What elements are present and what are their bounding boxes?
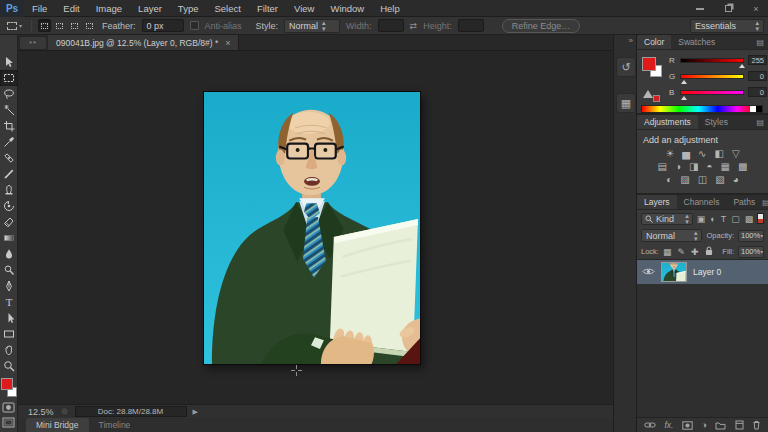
tool-preset-picker[interactable]: ▾ — [4, 22, 25, 30]
channel-r-slider[interactable] — [680, 58, 744, 63]
properties-panel-button[interactable]: ▦ — [616, 93, 636, 113]
tool-clone-stamp[interactable] — [0, 182, 18, 198]
hue-saturation-icon[interactable]: ▤ — [658, 161, 667, 172]
tab-swatches[interactable]: Swatches — [671, 35, 722, 49]
blend-mode-dropdown[interactable]: Normal ▴▾ — [641, 229, 702, 242]
tool-move[interactable] — [0, 54, 18, 70]
tab-mini-bridge[interactable]: Mini Bridge — [26, 418, 89, 432]
tab-paths[interactable]: Paths — [726, 195, 762, 209]
tool-rectangle-shape[interactable] — [0, 326, 18, 342]
color-spectrum-ramp[interactable] — [641, 105, 763, 113]
tool-zoom[interactable] — [0, 358, 18, 374]
tab-layers[interactable]: Layers — [637, 195, 677, 209]
tool-eraser[interactable] — [0, 214, 18, 230]
layer-filter-toggle[interactable] — [757, 213, 764, 224]
layer-name[interactable]: Layer 0 — [693, 267, 721, 277]
document-image[interactable] — [203, 91, 421, 365]
tab-adjustments[interactable]: Adjustments — [637, 115, 698, 129]
height-input[interactable] — [458, 19, 484, 32]
tab-timeline[interactable]: Timeline — [89, 418, 141, 432]
layer-filter-dropdown[interactable]: Kind ▴▾ — [641, 213, 693, 225]
width-input[interactable] — [378, 19, 404, 32]
tool-path-selection[interactable] — [0, 310, 18, 326]
new-selection-button[interactable] — [38, 19, 51, 32]
exposure-icon[interactable]: ◧ — [714, 148, 723, 159]
tool-eyedropper[interactable] — [0, 134, 18, 150]
menu-type[interactable]: Type — [170, 0, 207, 17]
brightness-contrast-icon[interactable]: ☀ — [665, 148, 674, 159]
subtract-selection-button[interactable] — [68, 19, 81, 32]
color-balance-icon[interactable]: ◑ — [675, 161, 681, 172]
gamut-color-swatch[interactable] — [653, 95, 660, 102]
menu-edit[interactable]: Edit — [55, 0, 87, 17]
threshold-icon[interactable]: ◫ — [698, 174, 707, 185]
filter-shape-layers-icon[interactable]: ▢ — [731, 214, 740, 224]
lock-pixels-icon[interactable]: ✎ — [677, 247, 685, 257]
curves-icon[interactable]: ∿ — [698, 148, 706, 159]
black-white-icon[interactable]: ◨ — [689, 161, 698, 172]
menu-layer[interactable]: Layer — [130, 0, 170, 17]
tool-history-brush[interactable] — [0, 198, 18, 214]
workspace-dropdown[interactable]: Essentials ▴▾ — [690, 19, 764, 33]
menu-view[interactable]: View — [286, 0, 322, 17]
color-lookup-icon[interactable]: ▩ — [738, 161, 747, 172]
tab-grabber[interactable]: ** — [20, 37, 46, 49]
tool-blur[interactable] — [0, 246, 18, 262]
layer-row[interactable]: Layer 0 — [637, 260, 768, 284]
tool-type[interactable]: T — [0, 294, 18, 310]
lock-transparency-icon[interactable]: ▦ — [663, 247, 672, 257]
opacity-field[interactable]: 100%▾ — [738, 230, 764, 242]
layer-thumbnail[interactable] — [661, 262, 687, 282]
screen-mode-button[interactable] — [0, 415, 18, 430]
tool-hand[interactable] — [0, 342, 18, 358]
panel-menu-icon[interactable]: ▤ — [756, 35, 768, 49]
gradient-map-icon[interactable]: ▧ — [715, 174, 724, 185]
tool-crop[interactable] — [0, 118, 18, 134]
channel-g-value[interactable]: 0 — [748, 71, 767, 81]
channel-g-slider[interactable] — [680, 74, 744, 79]
levels-icon[interactable]: ▅ — [682, 148, 690, 159]
menu-filter[interactable]: Filter — [249, 0, 286, 17]
tool-pen[interactable] — [0, 278, 18, 294]
new-layer-icon[interactable] — [735, 420, 744, 430]
tab-styles[interactable]: Styles — [698, 115, 735, 129]
photo-filter-icon[interactable]: ◓ — [707, 161, 713, 172]
quick-mask-button[interactable] — [0, 400, 18, 415]
lock-all-icon[interactable] — [705, 246, 713, 258]
add-layer-mask-icon[interactable] — [682, 421, 693, 430]
history-panel-button[interactable]: ↺ — [616, 57, 636, 77]
foreground-color-swatch[interactable] — [1, 378, 13, 390]
anti-alias-checkbox[interactable] — [190, 21, 199, 30]
filter-pixel-layers-icon[interactable]: ▣ — [697, 214, 706, 224]
document-tab[interactable]: 090041B.jpg @ 12.5% (Layer 0, RGB/8#) * … — [48, 35, 239, 50]
channel-b-value[interactable]: 0 — [748, 87, 767, 97]
link-layers-icon[interactable] — [644, 421, 656, 429]
menu-help[interactable]: Help — [372, 0, 408, 17]
style-dropdown[interactable]: Normal ▴▾ — [284, 19, 340, 33]
link-dimensions-icon[interactable]: ⇄ — [410, 21, 418, 31]
delete-layer-icon[interactable] — [752, 420, 761, 430]
visibility-eye-icon[interactable] — [642, 267, 655, 278]
tab-color[interactable]: Color — [637, 35, 671, 49]
menu-file[interactable]: File — [24, 0, 55, 17]
tool-spot-healing-brush[interactable] — [0, 150, 18, 166]
tool-dodge[interactable] — [0, 262, 18, 278]
posterize-icon[interactable]: ▨ — [680, 174, 689, 185]
menu-select[interactable]: Select — [206, 0, 248, 17]
tool-rectangular-marquee[interactable] — [0, 70, 18, 86]
vibrance-icon[interactable]: ▽ — [732, 148, 740, 159]
panel-menu-icon[interactable]: ▤ — [762, 195, 768, 209]
filter-adjustment-layers-icon[interactable]: ◐ — [710, 214, 715, 224]
tool-magic-wand[interactable] — [0, 102, 18, 118]
restore-button[interactable] — [722, 3, 734, 15]
panel-menu-icon[interactable]: ▤ — [756, 115, 768, 129]
canvas-area[interactable] — [18, 51, 613, 404]
filter-type-layers-icon[interactable]: T — [721, 214, 727, 224]
add-selection-button[interactable] — [53, 19, 66, 32]
channel-mixer-icon[interactable]: ▦ — [721, 161, 730, 172]
tab-close-icon[interactable]: × — [225, 38, 230, 48]
channel-r-value[interactable]: 255 — [748, 55, 767, 65]
tab-channels[interactable]: Channels — [677, 195, 727, 209]
layer-styles-icon[interactable]: fx. — [664, 420, 673, 430]
intersect-selection-button[interactable] — [83, 19, 96, 32]
